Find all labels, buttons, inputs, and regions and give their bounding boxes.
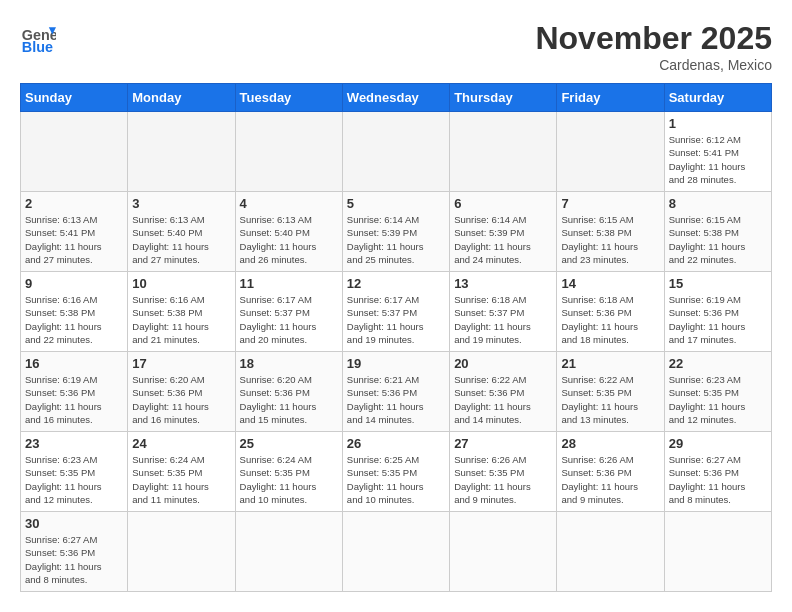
- day-info: Sunrise: 6:13 AM Sunset: 5:41 PM Dayligh…: [25, 213, 123, 266]
- day-number: 25: [240, 436, 338, 451]
- day-number: 5: [347, 196, 445, 211]
- day-number: 10: [132, 276, 230, 291]
- calendar-cell: 21Sunrise: 6:22 AM Sunset: 5:35 PM Dayli…: [557, 352, 664, 432]
- calendar-cell: [21, 112, 128, 192]
- calendar-cell: 22Sunrise: 6:23 AM Sunset: 5:35 PM Dayli…: [664, 352, 771, 432]
- calendar-cell: 10Sunrise: 6:16 AM Sunset: 5:38 PM Dayli…: [128, 272, 235, 352]
- day-info: Sunrise: 6:26 AM Sunset: 5:36 PM Dayligh…: [561, 453, 659, 506]
- day-number: 26: [347, 436, 445, 451]
- day-info: Sunrise: 6:27 AM Sunset: 5:36 PM Dayligh…: [669, 453, 767, 506]
- calendar-week-6: 30Sunrise: 6:27 AM Sunset: 5:36 PM Dayli…: [21, 512, 772, 592]
- calendar-cell: 20Sunrise: 6:22 AM Sunset: 5:36 PM Dayli…: [450, 352, 557, 432]
- day-number: 23: [25, 436, 123, 451]
- calendar-cell: 5Sunrise: 6:14 AM Sunset: 5:39 PM Daylig…: [342, 192, 449, 272]
- calendar-cell: [235, 512, 342, 592]
- day-info: Sunrise: 6:22 AM Sunset: 5:36 PM Dayligh…: [454, 373, 552, 426]
- calendar-cell: 23Sunrise: 6:23 AM Sunset: 5:35 PM Dayli…: [21, 432, 128, 512]
- calendar-cell: 11Sunrise: 6:17 AM Sunset: 5:37 PM Dayli…: [235, 272, 342, 352]
- calendar-cell: [450, 112, 557, 192]
- day-header-tuesday: Tuesday: [235, 84, 342, 112]
- day-header-thursday: Thursday: [450, 84, 557, 112]
- day-number: 16: [25, 356, 123, 371]
- day-header-sunday: Sunday: [21, 84, 128, 112]
- calendar-cell: [128, 512, 235, 592]
- day-number: 20: [454, 356, 552, 371]
- calendar-cell: 30Sunrise: 6:27 AM Sunset: 5:36 PM Dayli…: [21, 512, 128, 592]
- day-number: 8: [669, 196, 767, 211]
- day-info: Sunrise: 6:19 AM Sunset: 5:36 PM Dayligh…: [669, 293, 767, 346]
- day-number: 17: [132, 356, 230, 371]
- day-header-wednesday: Wednesday: [342, 84, 449, 112]
- calendar-cell: 24Sunrise: 6:24 AM Sunset: 5:35 PM Dayli…: [128, 432, 235, 512]
- day-number: 11: [240, 276, 338, 291]
- day-info: Sunrise: 6:22 AM Sunset: 5:35 PM Dayligh…: [561, 373, 659, 426]
- calendar-cell: 3Sunrise: 6:13 AM Sunset: 5:40 PM Daylig…: [128, 192, 235, 272]
- day-number: 1: [669, 116, 767, 131]
- day-header-saturday: Saturday: [664, 84, 771, 112]
- calendar-cell: [557, 112, 664, 192]
- calendar-cell: 17Sunrise: 6:20 AM Sunset: 5:36 PM Dayli…: [128, 352, 235, 432]
- day-number: 24: [132, 436, 230, 451]
- day-info: Sunrise: 6:13 AM Sunset: 5:40 PM Dayligh…: [132, 213, 230, 266]
- calendar-week-4: 16Sunrise: 6:19 AM Sunset: 5:36 PM Dayli…: [21, 352, 772, 432]
- day-info: Sunrise: 6:16 AM Sunset: 5:38 PM Dayligh…: [25, 293, 123, 346]
- day-info: Sunrise: 6:23 AM Sunset: 5:35 PM Dayligh…: [25, 453, 123, 506]
- day-number: 27: [454, 436, 552, 451]
- calendar-cell: 14Sunrise: 6:18 AM Sunset: 5:36 PM Dayli…: [557, 272, 664, 352]
- day-number: 14: [561, 276, 659, 291]
- calendar-cell: 2Sunrise: 6:13 AM Sunset: 5:41 PM Daylig…: [21, 192, 128, 272]
- calendar-header-row: SundayMondayTuesdayWednesdayThursdayFrid…: [21, 84, 772, 112]
- day-number: 2: [25, 196, 123, 211]
- day-info: Sunrise: 6:24 AM Sunset: 5:35 PM Dayligh…: [132, 453, 230, 506]
- day-number: 12: [347, 276, 445, 291]
- page-header: General Blue November 2025 Cardenas, Mex…: [20, 20, 772, 73]
- calendar-cell: [450, 512, 557, 592]
- day-info: Sunrise: 6:18 AM Sunset: 5:36 PM Dayligh…: [561, 293, 659, 346]
- day-number: 30: [25, 516, 123, 531]
- day-number: 3: [132, 196, 230, 211]
- day-number: 4: [240, 196, 338, 211]
- calendar-week-5: 23Sunrise: 6:23 AM Sunset: 5:35 PM Dayli…: [21, 432, 772, 512]
- title-section: November 2025 Cardenas, Mexico: [535, 20, 772, 73]
- day-info: Sunrise: 6:27 AM Sunset: 5:36 PM Dayligh…: [25, 533, 123, 586]
- day-info: Sunrise: 6:20 AM Sunset: 5:36 PM Dayligh…: [240, 373, 338, 426]
- day-number: 19: [347, 356, 445, 371]
- day-info: Sunrise: 6:15 AM Sunset: 5:38 PM Dayligh…: [561, 213, 659, 266]
- calendar-cell: 25Sunrise: 6:24 AM Sunset: 5:35 PM Dayli…: [235, 432, 342, 512]
- day-info: Sunrise: 6:13 AM Sunset: 5:40 PM Dayligh…: [240, 213, 338, 266]
- day-number: 6: [454, 196, 552, 211]
- calendar-cell: 4Sunrise: 6:13 AM Sunset: 5:40 PM Daylig…: [235, 192, 342, 272]
- day-number: 15: [669, 276, 767, 291]
- calendar-cell: [235, 112, 342, 192]
- day-info: Sunrise: 6:19 AM Sunset: 5:36 PM Dayligh…: [25, 373, 123, 426]
- day-info: Sunrise: 6:21 AM Sunset: 5:36 PM Dayligh…: [347, 373, 445, 426]
- day-info: Sunrise: 6:17 AM Sunset: 5:37 PM Dayligh…: [240, 293, 338, 346]
- calendar-cell: 26Sunrise: 6:25 AM Sunset: 5:35 PM Dayli…: [342, 432, 449, 512]
- day-number: 29: [669, 436, 767, 451]
- calendar-week-1: 1Sunrise: 6:12 AM Sunset: 5:41 PM Daylig…: [21, 112, 772, 192]
- calendar-table: SundayMondayTuesdayWednesdayThursdayFrid…: [20, 83, 772, 592]
- svg-text:Blue: Blue: [22, 39, 53, 55]
- day-info: Sunrise: 6:18 AM Sunset: 5:37 PM Dayligh…: [454, 293, 552, 346]
- calendar-cell: 8Sunrise: 6:15 AM Sunset: 5:38 PM Daylig…: [664, 192, 771, 272]
- calendar-cell: 19Sunrise: 6:21 AM Sunset: 5:36 PM Dayli…: [342, 352, 449, 432]
- day-info: Sunrise: 6:25 AM Sunset: 5:35 PM Dayligh…: [347, 453, 445, 506]
- day-header-monday: Monday: [128, 84, 235, 112]
- day-info: Sunrise: 6:26 AM Sunset: 5:35 PM Dayligh…: [454, 453, 552, 506]
- day-info: Sunrise: 6:15 AM Sunset: 5:38 PM Dayligh…: [669, 213, 767, 266]
- day-number: 7: [561, 196, 659, 211]
- calendar-cell: 29Sunrise: 6:27 AM Sunset: 5:36 PM Dayli…: [664, 432, 771, 512]
- day-info: Sunrise: 6:20 AM Sunset: 5:36 PM Dayligh…: [132, 373, 230, 426]
- calendar-cell: 18Sunrise: 6:20 AM Sunset: 5:36 PM Dayli…: [235, 352, 342, 432]
- calendar-cell: 16Sunrise: 6:19 AM Sunset: 5:36 PM Dayli…: [21, 352, 128, 432]
- month-title: November 2025: [535, 20, 772, 57]
- calendar-cell: 13Sunrise: 6:18 AM Sunset: 5:37 PM Dayli…: [450, 272, 557, 352]
- calendar-cell: [557, 512, 664, 592]
- calendar-cell: 7Sunrise: 6:15 AM Sunset: 5:38 PM Daylig…: [557, 192, 664, 272]
- calendar-cell: 6Sunrise: 6:14 AM Sunset: 5:39 PM Daylig…: [450, 192, 557, 272]
- day-number: 21: [561, 356, 659, 371]
- calendar-cell: 28Sunrise: 6:26 AM Sunset: 5:36 PM Dayli…: [557, 432, 664, 512]
- calendar-cell: 9Sunrise: 6:16 AM Sunset: 5:38 PM Daylig…: [21, 272, 128, 352]
- day-info: Sunrise: 6:23 AM Sunset: 5:35 PM Dayligh…: [669, 373, 767, 426]
- calendar-cell: 12Sunrise: 6:17 AM Sunset: 5:37 PM Dayli…: [342, 272, 449, 352]
